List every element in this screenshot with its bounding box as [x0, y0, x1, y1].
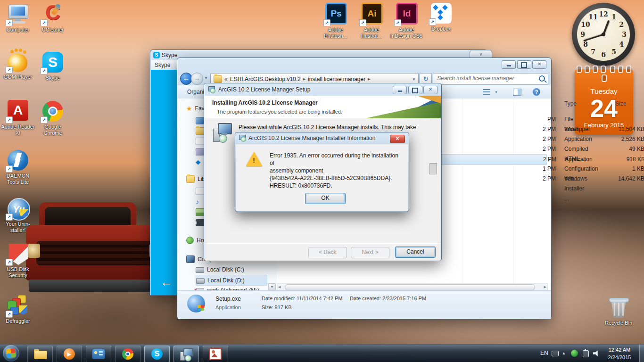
back-button[interactable]: < Back	[308, 247, 347, 258]
column-header-type[interactable]: Type	[564, 100, 577, 107]
column-header-size[interactable]: Size	[615, 100, 626, 107]
volume-icon[interactable]	[593, 350, 599, 356]
skype-back-arrow-icon[interactable]: ←	[160, 275, 173, 289]
maximize-button[interactable]	[517, 60, 531, 69]
taskbar-chrome-button[interactable]	[115, 346, 140, 362]
file-size: 11,504 KB	[602, 124, 644, 134]
installer-icon	[239, 134, 246, 142]
search-input[interactable]	[436, 74, 532, 82]
cancel-button[interactable]: Cancel	[395, 247, 436, 258]
minimize-button[interactable]	[393, 86, 407, 94]
keyboard-layout-icon[interactable]	[552, 351, 559, 356]
search-box[interactable]	[433, 73, 548, 85]
breadcrumb-overflow-icon[interactable]: «	[224, 76, 228, 82]
help-icon[interactable]: ?	[533, 88, 540, 96]
taskbar-explorer-button[interactable]	[27, 346, 53, 362]
skype-menu-item[interactable]: Skype	[155, 62, 170, 68]
defraggler-icon	[19, 305, 27, 315]
hidden-icons-button[interactable]: ▲	[562, 351, 566, 355]
taskbar-skype-button[interactable]: S	[144, 346, 170, 362]
minimize-button[interactable]	[502, 60, 516, 69]
desktop-icon-skype[interactable]: S ↗ Skype	[35, 51, 71, 81]
desktop-icon-computer[interactable]: ↗ Computer	[0, 3, 36, 33]
next-button[interactable]: Next >	[351, 247, 389, 258]
views-dropdown-icon[interactable]: ▼	[495, 90, 498, 94]
start-button[interactable]	[3, 345, 19, 362]
file-date: 2 PM	[512, 134, 556, 144]
install-computer-icon	[212, 122, 232, 142]
desktop-icon-indesign[interactable]: Id ↗ Adobe InDesign CS6	[388, 2, 424, 39]
address-dropdown-icon[interactable]: ▼	[412, 77, 416, 82]
setup-footer: < Back Next > Cancel	[205, 243, 441, 261]
error-titlebar[interactable]: ArcGIS 10.2 License Manager Installer In…	[239, 134, 375, 142]
error-dialog[interactable]: ArcGIS 10.2 License Manager Installer In…	[235, 132, 409, 212]
setup-exe-icon	[187, 295, 205, 313]
error-body: ! Error 1935. An error occurred during t…	[236, 144, 408, 211]
file-type: Windows Installer ...	[564, 174, 587, 204]
nav-scrollbar-down-button[interactable]: ▼	[268, 283, 276, 290]
scroll-left-icon[interactable]: ◀	[278, 285, 281, 289]
desktop-icon-google-chrome[interactable]: ↗ Google Chrome	[35, 100, 71, 136]
breadcrumb-segment[interactable]: ESRI.ArcGIS.Desktop.v10.2	[230, 76, 301, 82]
details-size: Size: 917 KB	[262, 304, 292, 310]
desktop-icon-daemon-tools[interactable]: ↗ DAEMON Tools Lite	[0, 149, 36, 185]
shortcut-arrow-icon: ↗	[6, 66, 13, 74]
desktop-icon-recycle-bin[interactable]: Recycle Bin	[601, 296, 636, 326]
clock-number: 8	[583, 41, 588, 48]
taskbar-picture-manager-button[interactable]	[203, 346, 228, 362]
taskbar-gadget-gallery-button[interactable]	[86, 346, 111, 362]
desktop-icon-usb-disk-security[interactable]: ↗ USB Disk Security	[0, 242, 36, 279]
close-icon: ×	[396, 135, 399, 142]
show-desktop-button[interactable]	[639, 345, 644, 362]
taskbar-media-player-button[interactable]: ▶	[57, 346, 82, 362]
shortcut-arrow-icon: ↗	[394, 19, 401, 26]
desktop-icon-adobe-reader[interactable]: A ↗ Adobe Reader XI	[0, 99, 36, 136]
setup-titlebar[interactable]: ArcGIS 10.2 License Manager Setup	[208, 86, 310, 93]
error-dialog-title: ArcGIS 10.2 License Manager Installer In…	[248, 135, 375, 141]
shortcut-arrow-icon: ↗	[6, 311, 13, 318]
ok-button[interactable]: OK	[305, 193, 346, 204]
arcgis-banner	[365, 96, 441, 118]
antivirus-tray-icon[interactable]	[571, 350, 578, 357]
history-dropdown-icon[interactable]: ▼	[204, 76, 208, 80]
language-indicator[interactable]: EN	[540, 350, 548, 356]
details-file-name: Setup.exe	[215, 296, 241, 302]
views-icon[interactable]	[483, 89, 490, 95]
skype-titlebar[interactable]: S Skype	[153, 52, 177, 58]
scrollbar-thumb[interactable]	[285, 284, 535, 290]
setup-header: Installing ArcGIS 10.2 License Manager T…	[205, 96, 441, 119]
forward-button[interactable]: →	[191, 73, 203, 85]
installer-icon	[180, 348, 192, 360]
picture-manager-icon	[209, 348, 222, 360]
desktop-icon-dropbox[interactable]: ◆ ◆ ◆ ◆ ↗ Dropbox	[423, 2, 459, 32]
preview-pane-icon[interactable]	[513, 89, 521, 96]
details-pane: Setup.exe Application Date modified: 11/…	[178, 290, 551, 319]
desktop-icon-illustrator[interactable]: Ai ↗ Adobe Illustrat...	[354, 2, 389, 39]
desktop-icon-photoshop[interactable]: Ps ↗ Adobe Photosh...	[318, 2, 354, 39]
shortcut-arrow-icon: ↗	[323, 19, 330, 26]
desktop-icon-defraggler[interactable]: ↗ Defraggler	[0, 294, 36, 324]
skype-window-icon: S	[153, 52, 160, 58]
maximize-button[interactable]	[408, 86, 422, 94]
crumb-separator-icon[interactable]: ▶	[303, 77, 305, 81]
explorer-folder-icon	[34, 349, 46, 359]
desktop-icon-label: Google Chrome	[35, 124, 71, 136]
close-button[interactable]: ×	[390, 135, 405, 143]
taskbar-installer-button[interactable]	[173, 346, 199, 362]
obscured-scrollbar-fragment	[429, 163, 437, 174]
tray-date: 2/24/2015	[603, 354, 636, 361]
desktop-icon-ccleaner[interactable]: C ↗ CCleaner	[35, 3, 71, 33]
crumb-separator-icon[interactable]: ▶	[368, 77, 370, 81]
tray-clock[interactable]: 12:42 AM 2/24/2015	[603, 346, 636, 361]
clock-gadget[interactable]: 12 1 2 3 4 5 6 7 8 9 10 11	[572, 3, 635, 66]
breadcrumb-segment[interactable]: install license manager	[308, 76, 365, 82]
desktop-icon-your-uninstaller[interactable]: Yu ↗ Your Unin-staller!	[0, 197, 36, 233]
desktop-icon-gom-player[interactable]: ↗ GOM Player	[0, 50, 36, 80]
clock-number: 9	[580, 31, 585, 38]
scroll-right-icon[interactable]: ▶	[544, 285, 546, 289]
file-size: 49 KB	[602, 144, 644, 154]
close-button[interactable]: ×	[423, 86, 438, 94]
safely-remove-hardware-icon[interactable]	[583, 350, 589, 357]
close-button[interactable]: ×	[532, 60, 546, 69]
file-type: Application	[565, 155, 593, 165]
